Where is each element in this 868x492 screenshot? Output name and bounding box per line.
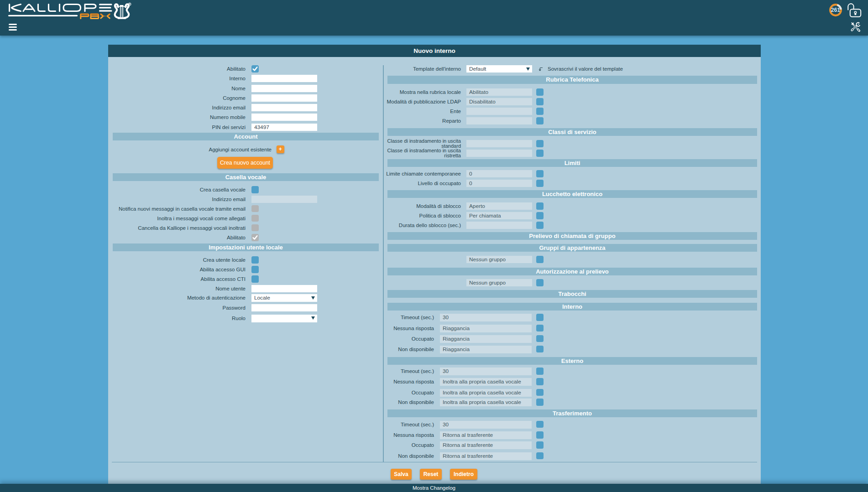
row-modalita-sblocco: Modalità di sblocco Aperto: [108, 202, 761, 210]
apply-template-arrow-icon: [538, 67, 544, 72]
row-mostra-rubrica: Mostra nella rubrica locale Abilitato: [108, 88, 761, 96]
checkbox-override-esterno-occupato[interactable]: [536, 389, 544, 396]
create-account-button[interactable]: Crea nuovo account: [217, 157, 273, 169]
section-trabocchi: Trabocchi: [387, 290, 757, 298]
section-classi-servizio: Classi di servizio: [387, 128, 757, 136]
checkbox-override-trasferimento-non-disponibile[interactable]: [536, 452, 544, 460]
field-label: Nessuna risposta: [297, 431, 434, 439]
checkbox-override-reparto[interactable]: [536, 117, 544, 124]
row-autorizzazione-prelievo: Nessun gruppo: [108, 279, 761, 286]
checkbox-override-trasferimento-occupato[interactable]: [536, 441, 544, 449]
interno-occupato-select: Riaggancia: [440, 335, 532, 343]
checkbox-override-politica-sblocco[interactable]: [536, 212, 544, 219]
checkbox-override-classe-ristretta[interactable]: [536, 150, 544, 157]
politica-sblocco-select: Per chiamata: [466, 212, 532, 219]
checkbox-override-interno-timeout[interactable]: [536, 314, 544, 321]
mostra-rubrica-select: Abilitato: [466, 88, 532, 96]
esterno-timeout-input: 30: [440, 368, 532, 375]
checkbox-override-ldap[interactable]: [536, 98, 544, 105]
row-esterno-nessuna-risposta: Nessuna risposta Inoltra alla propria ca…: [108, 378, 761, 386]
checkbox-override-limite-chiamate[interactable]: [536, 170, 544, 177]
field-label: Modalità di pubblicazione LDAP: [324, 98, 461, 105]
durata-sblocco-input: [466, 222, 532, 229]
lyre-icon: [115, 3, 131, 19]
interno-non-disponibile-select: Riaggancia: [440, 346, 532, 353]
template-select[interactable]: Default: [466, 65, 532, 73]
field-label: Template dell'interno: [324, 65, 461, 73]
checkbox-crea-casella-vocale[interactable]: [251, 186, 259, 193]
checkbox-abilita-gui[interactable]: [251, 266, 259, 273]
section-trabocchi-trasferimento: Trasferimento: [387, 409, 757, 417]
unlock-icon[interactable]: [846, 2, 863, 19]
checkbox-override-gruppi[interactable]: [536, 256, 544, 263]
autorizzazione-prelievo-select: Nessun gruppo: [466, 279, 532, 286]
checkbox-override-esterno-timeout[interactable]: [536, 368, 544, 375]
checkbox-override-interno-non-disponibile[interactable]: [536, 346, 544, 353]
field-label: Non disponibile: [297, 399, 434, 406]
field-label: Ente: [324, 108, 461, 115]
checkbox-override-trasferimento-nessuna-risposta[interactable]: [536, 431, 544, 439]
field-label: Crea casella vocale: [108, 186, 246, 193]
esterno-occupato-select: Inoltra alla propria casella vocale: [440, 389, 532, 397]
field-label: Interno: [108, 75, 246, 82]
field-label: Timeout (sec.): [297, 314, 434, 321]
classe-ristretta-select: [466, 150, 532, 157]
gruppi-appartenenza-select: Nessun gruppo: [466, 256, 532, 263]
row-ldap: Modalità di pubblicazione LDAP Disabilit…: [108, 98, 761, 105]
show-changelog-link[interactable]: Mostra Changelog: [413, 485, 455, 491]
reset-button[interactable]: Reset: [420, 469, 442, 480]
menu-icon[interactable]: [9, 24, 17, 31]
field-label: Non disponibile: [297, 346, 434, 353]
row-livello-occupato: Livello di occupato 0: [108, 180, 761, 187]
field-label: Timeout (sec.): [297, 421, 434, 429]
checkbox-override-esterno-non-disponibile[interactable]: [536, 399, 544, 406]
ente-input: [466, 108, 532, 115]
password-input[interactable]: [251, 304, 317, 311]
checkbox-override-esterno-nessuna-risposta[interactable]: [536, 378, 544, 385]
field-label: Nessuna risposta: [297, 378, 434, 386]
row-trasferimento-non-disponibile: Non disponibile Ritorna al trasferente: [108, 452, 761, 460]
checkbox-override-classe-standard[interactable]: [536, 140, 544, 147]
checkbox-override-autorizzazione[interactable]: [536, 279, 544, 286]
row-interno-occupato: Occupato Riaggancia: [108, 335, 761, 343]
interno-nessuna-risposta-select: Riaggancia: [440, 325, 532, 332]
row-esterno-non-disponibile: Non disponibile Inoltra alla propria cas…: [108, 399, 761, 406]
trasferimento-occupato-select: Ritorna al trasferente: [440, 441, 532, 449]
checkbox-override-mostra-rubrica[interactable]: [536, 88, 544, 96]
section-autorizzazione-prelievo: Autorizzazione al prelievo: [387, 268, 757, 275]
checkbox-override-trasferimento-timeout[interactable]: [536, 421, 544, 428]
row-trasferimento-occupato: Occupato Ritorna al trasferente: [108, 441, 761, 449]
field-label: Metodo di autenticazione: [108, 294, 246, 302]
checkbox-override-modalita-sblocco[interactable]: [536, 202, 544, 210]
kalliope-pbx-logo: [7, 2, 135, 21]
section-limiti: Limiti: [387, 159, 757, 167]
checkbox-override-durata-sblocco[interactable]: [536, 222, 544, 229]
override-template-label: Sovrascrivi il valore del template: [548, 65, 623, 73]
checkbox-override-interno-occupato[interactable]: [536, 335, 544, 342]
field-label: Non disponibile: [297, 452, 434, 460]
field-label: Modalità di sblocco: [324, 202, 461, 210]
notification-badge[interactable]: 261: [828, 3, 843, 17]
row-reparto: Reparto: [108, 117, 761, 124]
field-label: Occupato: [297, 335, 434, 343]
field-label: Reparto: [324, 117, 461, 124]
checkbox-override-livello-occupato[interactable]: [536, 180, 544, 187]
checkbox-vm-abilitato: [251, 234, 259, 241]
section-lucchetto: Lucchetto elettronico: [387, 190, 757, 198]
tools-icon[interactable]: [849, 21, 862, 35]
checkbox-override-interno-nessuna-risposta[interactable]: [536, 325, 544, 332]
save-button[interactable]: Salva: [391, 469, 412, 480]
field-label: Limite chiamate contemporanee: [324, 170, 461, 177]
back-button[interactable]: Indietro: [450, 469, 477, 480]
row-ente: Ente: [108, 108, 761, 115]
row-template-interno: Template dell'interno Default Sovrascriv…: [108, 65, 761, 73]
field-label: Abilita accesso GUI: [108, 266, 246, 273]
row-classe-standard: Classe di instradamento in uscita standa…: [108, 140, 761, 147]
metodo-autenticazione-select[interactable]: Locale: [251, 294, 317, 302]
interno-input[interactable]: [251, 75, 317, 82]
checkbox-override-ente[interactable]: [536, 108, 544, 115]
section-rubrica-telefonica: Rubrica Telefonica: [387, 76, 757, 84]
field-label: Durata dello sblocco (sec.): [324, 222, 461, 229]
form-panel: Nuovo interno Abilitato Interno Nome Cog…: [108, 45, 761, 484]
field-label: Occupato: [297, 389, 434, 397]
